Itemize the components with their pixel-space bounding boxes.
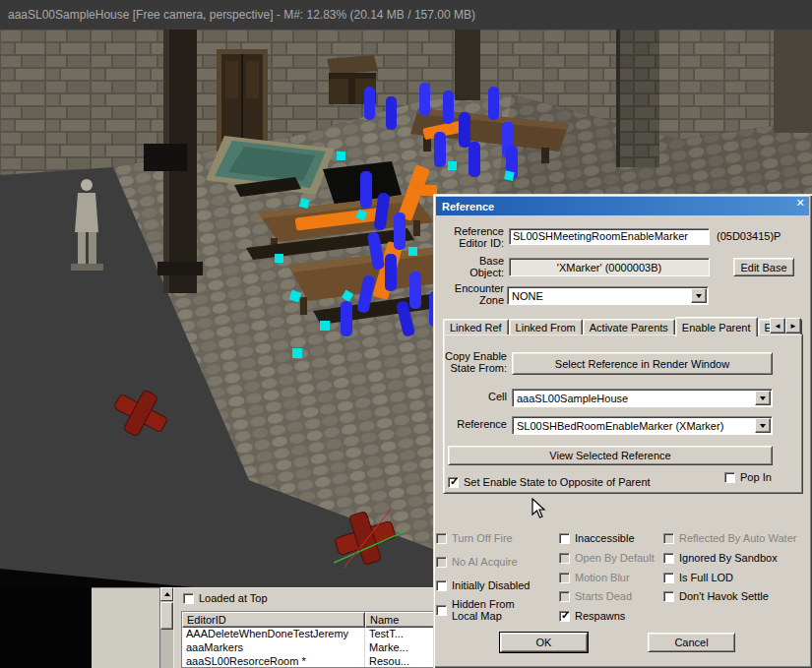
mouse-cursor (531, 498, 549, 521)
checkbox-respawns[interactable]: Respawns (559, 611, 625, 623)
checkbox-box (663, 553, 674, 564)
loaded-at-top-checkbox[interactable] (183, 593, 194, 604)
checkbox-box (663, 533, 674, 544)
checkbox-box (663, 573, 674, 583)
tab-scroll-left-icon[interactable]: ◄ (770, 318, 785, 334)
cancel-button[interactable]: Cancel (648, 633, 735, 652)
cell-dropdown[interactable]: aaaSL00SampleHouse (512, 389, 773, 407)
checkbox-ignored-by-sandbox[interactable]: Ignored By Sandbox (663, 553, 778, 565)
copy-enable-state-label: Copy Enable State From: (445, 351, 507, 374)
view-selected-reference-button[interactable]: View Selected Reference (448, 446, 773, 465)
reference-editor-id-label: Reference Editor ID: (437, 226, 504, 249)
checkbox-reflected-by-auto-water[interactable]: Reflected By Auto Water (663, 533, 796, 545)
tab-activate-parents[interactable]: Activate Parents (583, 319, 675, 334)
checkbox-box (663, 591, 674, 602)
base-object-value: 'XMarker' (0000003B) (509, 258, 710, 276)
checkbox-pop-in[interactable]: Pop In (724, 472, 772, 484)
door[interactable] (217, 49, 268, 152)
form-id-label: (05D03415)P (717, 231, 805, 243)
cell-editorid: AAADeleteWhenDoneTestJeremy (182, 628, 365, 641)
checkbox-box (436, 605, 447, 616)
dropdown-arrow-icon[interactable] (755, 391, 771, 405)
scrollbar-thumb[interactable] (160, 602, 173, 630)
checkbox-no-ai-acquire[interactable]: No AI Acquire (436, 557, 518, 569)
base-object-label: Base Object: (437, 256, 504, 278)
checkbox-starts-dead[interactable]: Starts Dead (559, 591, 632, 603)
cell-list-scrollbar[interactable] (159, 587, 173, 668)
dark-bench[interactable] (144, 144, 187, 171)
checkbox-box (559, 591, 570, 602)
select-reference-button[interactable]: Select Reference in Render Window (512, 352, 773, 375)
dropdown-arrow-icon[interactable] (691, 288, 707, 303)
close-icon[interactable]: ✕ (792, 196, 808, 211)
cell-label: Cell (445, 392, 507, 403)
checkbox-box (436, 580, 447, 591)
checkbox-box (436, 557, 447, 568)
checkbox-hidden-from-local-map[interactable]: Hidden From Local Map (436, 599, 515, 622)
checkbox-open-by-default[interactable]: Open By Default (559, 553, 655, 565)
checkbox-motion-blur[interactable]: Motion Blur (559, 573, 630, 584)
checkbox-box (559, 611, 570, 622)
dialog-titlebar[interactable]: Reference (436, 197, 809, 215)
checkbox-is-full-lod[interactable]: Is Full LOD (663, 573, 733, 584)
reference-editor-id-input[interactable]: SL00SHMeetingRoomEnableMarker (509, 228, 710, 245)
encounter-zone-label: Encounter Zone (437, 283, 504, 306)
encounter-zone-value: NONE (512, 290, 543, 302)
reference-dialog: Reference ✕ Reference Editor ID: SL00SHM… (433, 194, 812, 668)
reference-dropdown[interactable]: SL00SHBedRoomEnableMarker (XMarker) (512, 416, 773, 435)
dropdown-arrow-icon[interactable] (755, 418, 771, 433)
bottom-gray-strip (92, 587, 159, 668)
stone-pillar[interactable] (616, 30, 659, 167)
tab-linked-ref[interactable]: Linked Ref (443, 319, 509, 334)
checkbox-box (559, 553, 570, 564)
cell-editorid: aaaSL00ResorceRoom * (182, 655, 365, 668)
cell-editorid: aaaMarkers (182, 641, 365, 655)
loaded-at-top-row: Loaded at Top (183, 592, 268, 604)
reference-label: Reference (445, 419, 507, 431)
render-window-titlebar[interactable]: aaaSL00SampleHouse [Free camera, perspec… (0, 0, 812, 30)
tab-scroll-right-icon[interactable]: ► (785, 318, 801, 334)
tab-strip: Linked Ref Linked From Activate Parents … (443, 317, 802, 334)
cell-value: aaaSL00SampleHouse (517, 393, 628, 404)
tab-enable-parent[interactable]: Enable Parent (675, 317, 758, 336)
checkbox-box (559, 573, 570, 583)
ok-button[interactable]: OK (500, 633, 588, 652)
tab-scroll-buttons: ◄ ► (770, 318, 801, 334)
loaded-at-top-label: Loaded at Top (199, 592, 268, 604)
tab-linked-from[interactable]: Linked From (509, 319, 583, 334)
checkbox-set-enable-opposite[interactable]: Set Enable State to Opposite of Parent (448, 477, 651, 489)
encounter-zone-dropdown[interactable]: NONE (507, 286, 709, 305)
checkbox-inaccessible[interactable]: Inaccessible (559, 533, 635, 545)
scrollbar-up-icon[interactable] (160, 587, 173, 601)
checkbox-box (724, 472, 735, 483)
dialog-title: Reference (442, 201, 494, 213)
checkbox-dont-havok-settle[interactable]: Don't Havok Settle (663, 591, 769, 603)
checkbox-box (559, 533, 570, 544)
checkbox-box (448, 477, 459, 488)
edit-base-button[interactable]: Edit Base (733, 258, 794, 276)
checkbox-initially-disabled[interactable]: Initially Disabled (436, 580, 530, 592)
reference-value: SL00SHBedRoomEnableMarker (XMarker) (517, 420, 723, 432)
bottom-left-black-area (0, 587, 92, 668)
creation-kit-screen: aaaSL00SampleHouse [Free camera, perspec… (0, 0, 812, 668)
render-window-title: aaaSL00SampleHouse [Free camera, perspec… (8, 8, 475, 22)
wood-pillar-2[interactable] (455, 30, 480, 100)
checkbox-turn-off-fire[interactable]: Turn Off Fire (436, 533, 513, 545)
stone-pillar-2[interactable] (774, 30, 812, 133)
checkbox-box (436, 533, 447, 544)
column-header-editorid[interactable]: EditorID (182, 612, 365, 628)
